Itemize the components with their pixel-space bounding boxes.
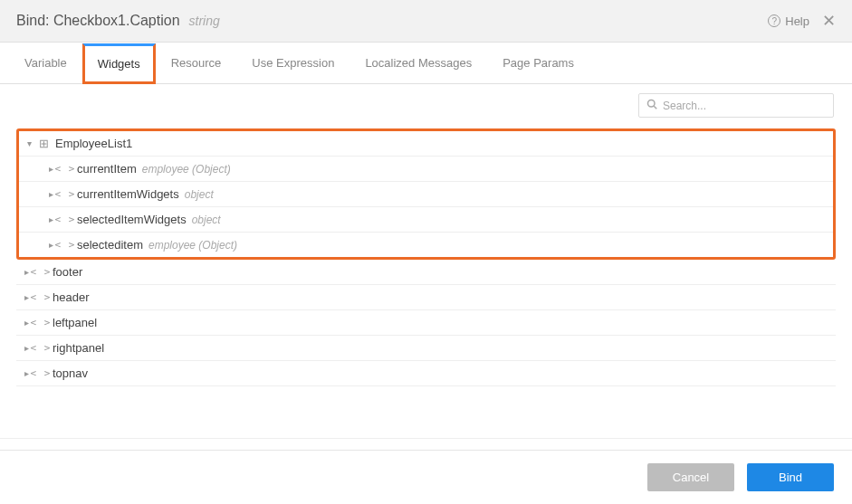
tree-node-selecteditem[interactable]: < > selecteditem employee (Object): [19, 233, 833, 257]
tag-icon: < >: [57, 214, 73, 225]
tree-node-employeelist1[interactable]: EmployeeList1: [19, 131, 833, 157]
search-icon: [646, 99, 657, 112]
footer-separator: [0, 438, 852, 439]
node-label: selectedItemWidgets: [77, 213, 187, 226]
tab-bar: Variable Widgets Resource Use Expression…: [0, 43, 852, 84]
node-type: object: [192, 214, 221, 226]
close-icon[interactable]: ✕: [822, 13, 836, 29]
search-input[interactable]: [663, 100, 826, 112]
node-label: header: [53, 290, 89, 304]
search-box[interactable]: [638, 93, 834, 118]
tree-node-rightpanel[interactable]: < > rightpanel: [16, 336, 836, 361]
help-label: Help: [785, 14, 809, 28]
tree-node-header[interactable]: < > header: [16, 285, 836, 310]
expand-icon[interactable]: [23, 138, 35, 148]
node-label: currentItem: [77, 162, 137, 176]
tab-resource[interactable]: Resource: [156, 43, 237, 83]
tag-icon: < >: [33, 291, 49, 303]
tree-node-leftpanel[interactable]: < > leftpanel: [16, 310, 836, 336]
tag-icon: < >: [57, 188, 73, 200]
tab-localized-messages[interactable]: Localized Messages: [349, 43, 487, 83]
dialog-type: string: [189, 14, 220, 28]
node-label: topnav: [53, 366, 88, 380]
svg-point-0: [648, 100, 656, 108]
help-icon: ?: [768, 14, 780, 27]
node-label: selecteditem: [77, 238, 143, 252]
tag-icon: < >: [33, 317, 49, 328]
tab-page-params[interactable]: Page Params: [487, 43, 589, 83]
node-type: object: [185, 188, 214, 201]
tree-node-selecteditemwidgets[interactable]: < > selectedItemWidgets object: [19, 207, 833, 233]
list-icon: [35, 137, 52, 150]
node-label: footer: [53, 265, 82, 279]
node-type: employee (Object): [142, 163, 231, 176]
bind-button[interactable]: Bind: [747, 463, 834, 491]
node-label: leftpanel: [53, 316, 97, 329]
highlighted-group: EmployeeList1 < > currentItem employee (…: [16, 128, 836, 260]
tag-icon: < >: [57, 163, 73, 175]
tree-node-footer[interactable]: < > footer: [16, 260, 836, 285]
dialog-header: Bind: Checkbox1.Caption string ? Help ✕: [0, 0, 852, 43]
node-label: currentItemWidgets: [77, 187, 179, 201]
search-row: [0, 84, 852, 121]
tag-icon: < >: [33, 367, 49, 379]
tag-icon: < >: [33, 342, 49, 354]
svg-line-1: [654, 106, 656, 109]
tab-widgets[interactable]: Widgets: [82, 43, 156, 84]
tag-icon: < >: [57, 239, 73, 251]
footer-bar: Cancel Bind: [0, 450, 852, 504]
cancel-button[interactable]: Cancel: [647, 463, 734, 491]
dialog-title: Bind: Checkbox1.Caption: [16, 13, 180, 29]
tree-node-topnav[interactable]: < > topnav: [16, 361, 836, 386]
node-type: employee (Object): [148, 239, 237, 252]
tag-icon: < >: [33, 266, 49, 278]
node-label: rightpanel: [53, 341, 104, 355]
help-link[interactable]: ? Help: [768, 14, 809, 28]
widget-tree: EmployeeList1 < > currentItem employee (…: [0, 121, 852, 386]
tree-node-currentitemwidgets[interactable]: < > currentItemWidgets object: [19, 182, 833, 207]
tree-node-currentitem[interactable]: < > currentItem employee (Object): [19, 157, 833, 182]
node-label: EmployeeList1: [55, 137, 132, 150]
tab-variable[interactable]: Variable: [9, 43, 82, 83]
tab-use-expression[interactable]: Use Expression: [236, 43, 349, 83]
